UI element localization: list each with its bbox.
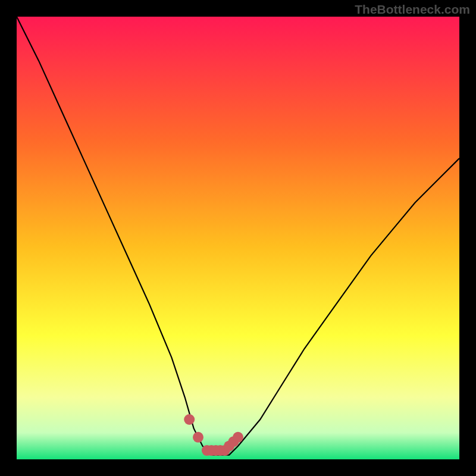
trough-marker — [193, 432, 203, 443]
gradient-background — [17, 17, 459, 459]
chart-svg — [17, 17, 459, 459]
trough-marker — [233, 432, 243, 443]
watermark-text: TheBottleneck.com — [355, 2, 470, 17]
chart-plot-area — [17, 17, 459, 459]
trough-marker — [184, 414, 195, 425]
